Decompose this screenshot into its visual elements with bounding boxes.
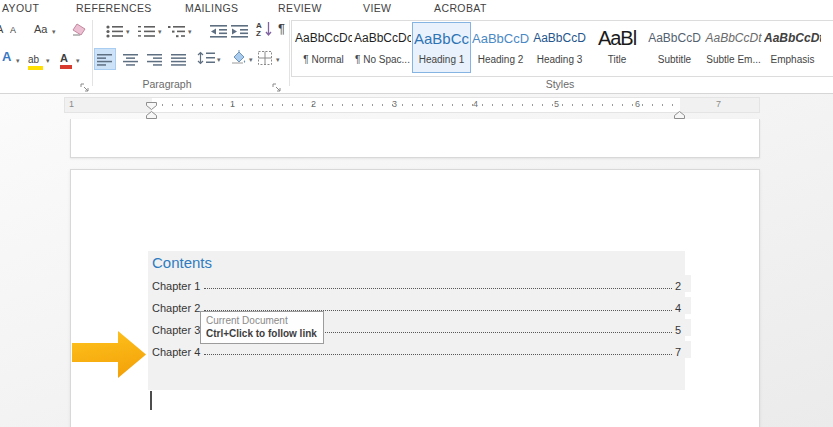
sort-icon[interactable]: A Z [256,22,272,38]
font-color-bar [60,65,72,69]
style-card-no-spacing[interactable]: AaBbCcDc ¶ No Spac... [353,22,412,73]
tooltip-instruction: Ctrl+Click to follow link [206,327,317,340]
decrease-indent-icon[interactable] [210,24,227,42]
chevron-down-icon[interactable]: ▾ [217,56,221,64]
chevron-down-icon[interactable]: ▾ [76,57,80,65]
dot-leader [204,354,672,355]
line-spacing-icon[interactable] [197,51,215,69]
dot-leader [204,288,672,289]
style-sample: AaBbCc [413,23,470,52]
shrink-font-button[interactable]: A [10,25,16,35]
annotation-arrow-icon [72,331,146,382]
style-card-subtle-emphasis[interactable]: AaBbCcDt Subtle Em... [704,22,763,73]
tab-references[interactable]: REFERENCES [76,2,152,14]
align-center-icon[interactable] [123,52,138,70]
pilcrow-icon[interactable]: ¶ [278,21,285,36]
align-right-icon[interactable] [147,52,162,70]
tooltip-title: Current Document [206,314,317,327]
style-card-heading1[interactable]: AaBbCc Heading 1 [412,22,471,73]
styles-group-label: Styles [520,78,600,90]
page[interactable]: Contents Chapter 1 2 Chapter 2 4 Chapter… [70,169,760,427]
tab-review[interactable]: REVIEW [278,2,322,14]
style-sample: AaBl [590,23,644,52]
ribbon-tab-bar: AYOUT REFERENCES MAILINGS REVIEW VIEW AC… [0,0,833,17]
ruler-number: 4 [473,99,478,109]
chevron-down-icon[interactable]: ▾ [188,28,192,36]
change-case-button[interactable]: Aa [34,23,47,35]
shading-bucket-icon[interactable] [230,50,247,69]
borders-icon[interactable] [258,51,272,69]
numbering-icon[interactable] [138,24,156,42]
tab-view[interactable]: VIEW [363,2,391,14]
style-card-heading3[interactable]: AaBbCcD Heading 3 [530,22,589,73]
ruler-number: 1 [230,99,235,109]
bullets-icon[interactable] [106,24,124,42]
group-separator [92,20,93,86]
text-cursor-caret [150,391,152,410]
style-card-subtitle[interactable]: AaBbCcD Subtitle [645,22,704,73]
page-previous-bottom[interactable] [70,119,760,158]
horizontal-ruler[interactable]: 1 1 2 3 4 5 6 7 [64,97,760,113]
style-sample: AaBbCcDt [764,23,821,52]
styles-gallery: AaBbCcDc ¶ Normal AaBbCcDc ¶ No Spac... … [291,20,833,77]
clear-formatting-icon[interactable] [70,23,87,41]
ruler-number: 2 [311,99,316,109]
ruler-margin-number: 7 [716,99,721,109]
ribbon: A A Aa ▾ A ▾ ab ▾ A ▾ ▾ ▾ [0,16,833,94]
style-sample: AaBbCcD [531,23,588,52]
style-card-emphasis[interactable]: AaBbCcDt Emphasis [763,22,822,73]
document-canvas[interactable]: 1 1 2 3 4 5 6 7 Content [0,94,833,427]
style-sample: AaBbCcDc [295,23,352,52]
text-effects-button[interactable]: A [2,49,11,64]
multilevel-list-icon[interactable] [168,24,186,42]
toc-title: Contents [152,254,212,271]
chevron-down-icon[interactable]: ▾ [16,57,20,65]
highlight-color-bar [28,66,43,70]
justify-icon[interactable] [171,52,186,70]
chevron-down-icon[interactable]: ▾ [249,56,253,64]
font-color-button[interactable]: A [60,48,72,69]
style-sample: AaBbCcD [646,23,703,52]
text-highlight-button[interactable]: ab [28,49,43,70]
ruler-margin-number: 1 [69,99,74,109]
group-separator [289,20,290,86]
chevron-down-icon[interactable]: ▾ [158,28,162,36]
style-sample: AaBbCcDc [354,23,411,52]
style-card-title[interactable]: AaBl Title [589,22,645,73]
style-sample: AaBbCcDt [705,23,762,52]
ruler-number: 6 [635,99,640,109]
chevron-down-icon[interactable]: ▾ [46,57,50,65]
style-card-heading2[interactable]: AaBbCcD Heading 2 [471,22,530,73]
grow-font-button[interactable]: A [0,23,3,35]
chevron-down-icon[interactable]: ▾ [126,28,130,36]
ruler-number: 3 [392,99,397,109]
tab-mailings[interactable]: MAILINGS [185,2,238,14]
style-sample: AaBbCcD [472,23,529,52]
align-left-icon[interactable] [97,52,112,70]
increase-indent-icon[interactable] [231,24,248,42]
tab-layout[interactable]: AYOUT [2,2,39,14]
word-window: AYOUT REFERENCES MAILINGS REVIEW VIEW AC… [0,0,833,427]
ruler-number: 5 [554,99,559,109]
toc-entry-chapter1[interactable]: Chapter 1 2 [148,275,691,292]
chevron-down-icon[interactable]: ▾ [276,56,280,64]
tab-acrobat[interactable]: ACROBAT [434,2,487,14]
chevron-down-icon[interactable]: ▾ [52,28,56,36]
hyperlink-tooltip: Current Document Ctrl+Click to follow li… [200,311,324,344]
paragraph-group-label: Paragraph [127,78,207,90]
style-card-normal[interactable]: AaBbCcDc ¶ Normal [294,22,353,73]
